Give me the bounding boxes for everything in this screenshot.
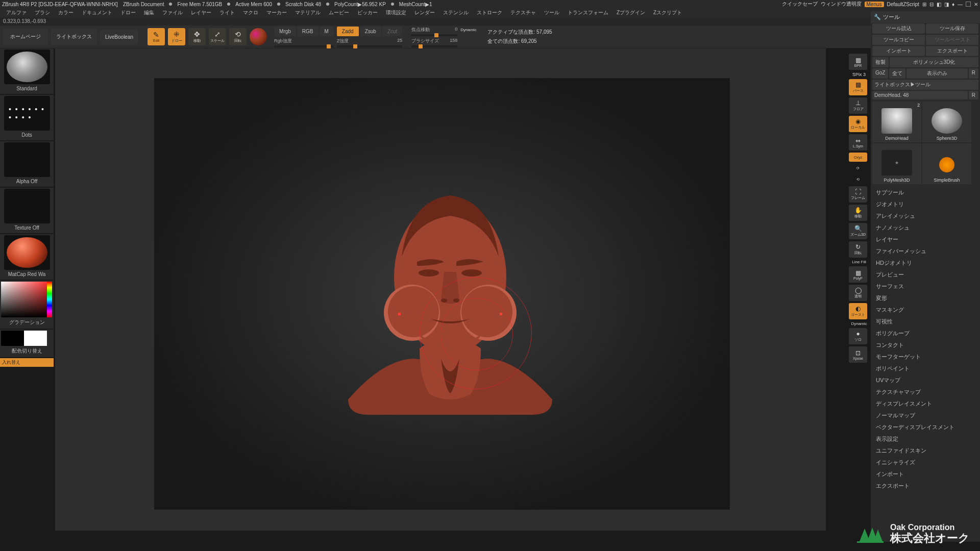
accordion-レイヤー[interactable]: レイヤー bbox=[871, 234, 980, 245]
material-slot[interactable]: MatCap Red Wa bbox=[0, 234, 54, 280]
menu-ライト[interactable]: ライト bbox=[215, 8, 239, 17]
accordion-インポート[interactable]: インポート bbox=[871, 468, 980, 480]
zoom3d-button[interactable]: 🔍ズーム3D bbox=[849, 223, 867, 239]
brush-slot[interactable]: Standard bbox=[0, 48, 54, 94]
rotate-y-icon[interactable]: ⟳ bbox=[849, 164, 867, 173]
menu-編集[interactable]: 編集 bbox=[140, 8, 158, 17]
zadd-mode[interactable]: Zadd bbox=[337, 27, 359, 36]
mrgb-mode[interactable]: Mrgb bbox=[274, 27, 296, 36]
maximize-icon[interactable] bbox=[966, 2, 971, 7]
texture-slot[interactable]: Texture Off bbox=[0, 188, 54, 233]
menu-アルファ[interactable]: アルファ bbox=[2, 8, 31, 17]
scale-button[interactable]: ⤢スケール bbox=[209, 28, 226, 45]
liveboolean-button[interactable]: LiveBoolean bbox=[100, 30, 138, 44]
tool-name-field[interactable]: DemoHead. 48 bbox=[872, 91, 968, 99]
swap-colors-button[interactable]: 入れ替え bbox=[0, 358, 54, 367]
minimize-icon[interactable]: — bbox=[958, 2, 963, 7]
goz-r-button[interactable]: R bbox=[969, 68, 978, 79]
menu-環境設定[interactable]: 環境設定 bbox=[382, 8, 410, 17]
accordion-エクスポート[interactable]: エクスポート bbox=[871, 480, 980, 492]
accordion-UVマップ[interactable]: UVマップ bbox=[871, 374, 980, 386]
accordion-ナノメッシュ[interactable]: ナノメッシュ bbox=[871, 222, 980, 234]
ghost-button[interactable]: ◐ゴースト bbox=[849, 303, 867, 319]
polyf-button[interactable]: ▦PolyF bbox=[849, 266, 867, 283]
menu-テクスチャ[interactable]: テクスチャ bbox=[506, 8, 540, 17]
layout-icon[interactable]: ◧ bbox=[937, 2, 941, 7]
rotate-z-icon[interactable]: ⟲ bbox=[849, 175, 867, 184]
zcut-mode[interactable]: Zcut bbox=[382, 27, 402, 36]
menu-マーカー[interactable]: マーカー bbox=[262, 8, 291, 17]
accordion-ベクターディスプレイスメント[interactable]: ベクターディスプレイスメント bbox=[871, 421, 980, 433]
rgb-intensity-slider[interactable]: Rgb強度 bbox=[274, 38, 334, 47]
layout-icon[interactable]: ⊟ bbox=[929, 2, 934, 7]
accordion-イニシャライズ[interactable]: イニシャライズ bbox=[871, 457, 980, 468]
edit-button[interactable]: ✎Edit bbox=[148, 28, 165, 45]
menu-ブラシ[interactable]: ブラシ bbox=[31, 8, 54, 17]
zsub-mode[interactable]: Zsub bbox=[360, 27, 381, 36]
rgb-mode[interactable]: RGB bbox=[297, 27, 318, 36]
dynamic-label[interactable]: Dynamic bbox=[460, 28, 476, 32]
menu-マテリアル[interactable]: マテリアル bbox=[291, 8, 325, 17]
accordion-表示設定[interactable]: 表示設定 bbox=[871, 433, 980, 445]
draw-button[interactable]: ⁜ドロー bbox=[168, 28, 185, 45]
nav-rotate-button[interactable]: ↻回転 bbox=[849, 241, 867, 258]
tool-r-button[interactable]: R bbox=[969, 91, 978, 99]
bpr-button[interactable]: ▦BPR bbox=[849, 54, 867, 70]
menu-ステンシル[interactable]: ステンシル bbox=[439, 8, 473, 17]
load-tool-button[interactable]: ツール読込 bbox=[872, 23, 925, 34]
nav-move-button[interactable]: ✋移動 bbox=[849, 205, 867, 221]
accordion-ジオメトリ[interactable]: ジオメトリ bbox=[871, 198, 980, 210]
alpha-slot[interactable]: Alpha Off bbox=[0, 141, 54, 187]
menu-ツール[interactable]: ツール bbox=[540, 8, 564, 17]
accordion-テクスチャマップ[interactable]: テクスチャマップ bbox=[871, 386, 980, 398]
transparency-label[interactable]: ウィンドウ透明度 bbox=[821, 1, 862, 8]
lsym-button[interactable]: ⇔L.Sym bbox=[849, 134, 867, 151]
stroke-slot[interactable]: • • • • • •• • • •Dots bbox=[0, 95, 54, 140]
accordion-プレビュー[interactable]: プレビュー bbox=[871, 269, 980, 281]
focal-shift-slider[interactable]: 焦点移動0 bbox=[411, 27, 457, 36]
spix-label[interactable]: SPix 3 bbox=[849, 72, 869, 77]
goz-button[interactable]: GoZ bbox=[872, 68, 888, 79]
clone-button[interactable]: 複製 bbox=[872, 57, 889, 67]
menu-Zプラグイン[interactable]: Zプラグイン bbox=[612, 8, 649, 17]
copy-tool-button[interactable]: ツールコピー bbox=[872, 35, 925, 45]
layout-icon[interactable]: ◨ bbox=[944, 2, 949, 7]
quicksave-button[interactable]: クイックセーブ bbox=[782, 1, 818, 8]
menu-ストローク[interactable]: ストローク bbox=[473, 8, 506, 17]
layout-icon[interactable]: ⊞ bbox=[922, 2, 926, 7]
accordion-ポリペイント[interactable]: ポリペイント bbox=[871, 363, 980, 374]
linefill-label[interactable]: Line Fill bbox=[849, 260, 869, 264]
menu-ドロー[interactable]: ドロー bbox=[116, 8, 140, 17]
lightbox-tool-button[interactable]: ライトボックス▶ツール bbox=[872, 80, 978, 90]
goz-all-button[interactable]: 全て bbox=[889, 68, 905, 79]
accordion-コンタクト[interactable]: コンタクト bbox=[871, 339, 980, 351]
tool-panel-header[interactable]: 🔧ツール bbox=[871, 11, 980, 23]
accordion-モーフターゲット[interactable]: モーフターゲット bbox=[871, 351, 980, 363]
accordion-HDジオメトリ[interactable]: HDジオメトリ bbox=[871, 257, 980, 269]
export-button[interactable]: エクスポート bbox=[926, 46, 978, 56]
menu-ムービー[interactable]: ムービー bbox=[325, 8, 353, 17]
persp-button[interactable]: ▩パース bbox=[849, 79, 867, 95]
gizmo-sphere[interactable] bbox=[250, 28, 267, 45]
solo-button[interactable]: ●ソロ bbox=[849, 328, 867, 344]
import-button[interactable]: インポート bbox=[872, 46, 925, 56]
canvas[interactable] bbox=[154, 78, 730, 510]
tool-item-SimpleBrush[interactable]: SimpleBrush bbox=[922, 143, 971, 184]
accordion-ユニファイドスキン[interactable]: ユニファイドスキン bbox=[871, 445, 980, 457]
xyz-button[interactable]: Oxyz bbox=[849, 153, 867, 162]
local-button[interactable]: ◉ローカル bbox=[849, 116, 867, 132]
m-mode[interactable]: M bbox=[320, 27, 334, 36]
rotate-button[interactable]: ⟲回転 bbox=[229, 28, 247, 45]
make-polymesh-button[interactable]: ポリメッシュ3D化 bbox=[890, 57, 978, 67]
accordion-可視性[interactable]: 可視性 bbox=[871, 316, 980, 328]
accordion-サブツール[interactable]: サブツール bbox=[871, 187, 980, 198]
menu-レンダー[interactable]: レンダー bbox=[410, 8, 439, 17]
frame-button[interactable]: ⛶フレーム bbox=[849, 186, 867, 203]
menu-トランスフォーム[interactable]: トランスフォーム bbox=[564, 8, 612, 17]
tool-item-DemoHead[interactable]: 2DemoHead bbox=[872, 102, 921, 142]
menu-ドキュメント[interactable]: ドキュメント bbox=[78, 8, 116, 17]
menu-ピッカー[interactable]: ピッカー bbox=[353, 8, 382, 17]
homepage-button[interactable]: ホームページ bbox=[3, 29, 48, 45]
floor-button[interactable]: ⊥フロア bbox=[849, 97, 867, 114]
menu-レイヤー[interactable]: レイヤー bbox=[187, 8, 215, 17]
